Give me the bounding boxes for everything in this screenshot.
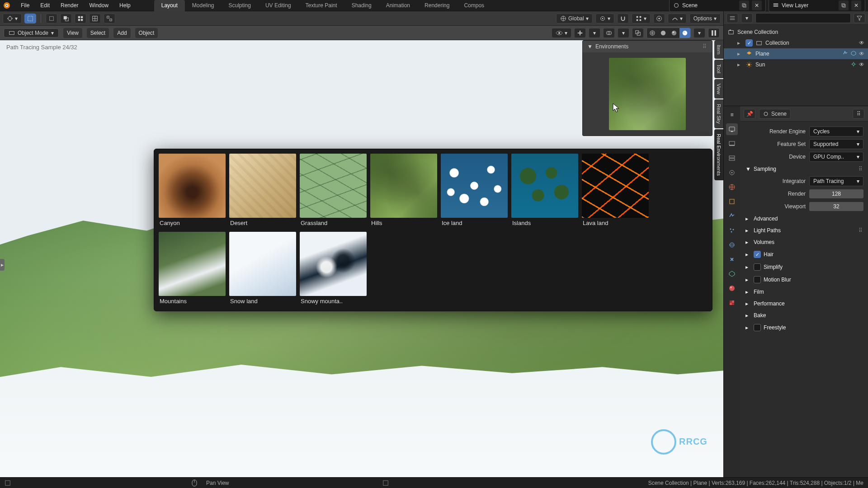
viewlayer-close-icon[interactable]: ✕ bbox=[851, 0, 861, 10]
eye-icon[interactable]: 👁 bbox=[859, 61, 864, 68]
pivot-point[interactable]: ▾ bbox=[595, 14, 614, 23]
drag-handle-icon[interactable]: ⠿ bbox=[703, 43, 708, 50]
workspace-tab-layout[interactable]: Layout bbox=[154, 0, 185, 11]
pin-icon[interactable]: 📌 bbox=[744, 109, 755, 119]
view-layer-selector[interactable]: ✕ bbox=[769, 0, 865, 12]
header-menu-select[interactable]: Select bbox=[87, 28, 109, 38]
options-dropdown[interactable]: Options ▾ bbox=[689, 14, 721, 23]
panel-advanced[interactable]: ▸Advanced bbox=[745, 213, 863, 225]
env-item-lava[interactable]: Lava land bbox=[582, 154, 649, 228]
header-menu-object[interactable]: Object bbox=[135, 28, 158, 38]
xray-toggle[interactable] bbox=[632, 28, 644, 38]
env-item-snowymtn[interactable]: Snowy mounta.. bbox=[300, 232, 367, 306]
workspace-tab-sculpting[interactable]: Sculpting bbox=[222, 0, 258, 11]
panel-sampling[interactable]: ▼Sampling⠿ bbox=[745, 163, 863, 175]
tree-row-sun[interactable]: ▸ Sun 👁 bbox=[724, 59, 868, 70]
shading-material[interactable] bbox=[669, 28, 679, 38]
panel-hair[interactable]: ▸Hair bbox=[745, 248, 863, 261]
menu-render[interactable]: Render bbox=[55, 0, 84, 11]
prop-tab-render[interactable] bbox=[726, 123, 738, 135]
n-tab-item[interactable]: Item bbox=[714, 40, 723, 59]
snap-type[interactable]: ▾ bbox=[632, 14, 651, 23]
prop-tab-settings[interactable]: ≡ bbox=[726, 109, 738, 121]
menu-edit[interactable]: Edit bbox=[35, 0, 55, 11]
n-tab-tool[interactable]: Tool bbox=[714, 60, 723, 78]
select-mode-1[interactable] bbox=[46, 14, 57, 23]
eye-icon[interactable]: 👁 bbox=[859, 51, 864, 57]
shading-rendered[interactable] bbox=[679, 28, 690, 38]
shading-wireframe[interactable] bbox=[647, 28, 658, 38]
env-item-mountains[interactable]: Mountains bbox=[159, 232, 226, 306]
workspace-tab-texturepaint[interactable]: Texture Paint bbox=[298, 0, 344, 11]
properties-context[interactable]: Scene bbox=[759, 109, 791, 119]
env-item-desert[interactable]: Desert bbox=[229, 154, 296, 228]
env-item-iceland[interactable]: Ice land bbox=[441, 154, 508, 228]
material-icon[interactable] bbox=[851, 51, 856, 57]
eye-icon[interactable]: 👁 bbox=[859, 40, 864, 46]
env-item-canyon[interactable]: Canyon bbox=[159, 154, 226, 228]
proportional-type[interactable]: ▾ bbox=[668, 14, 687, 23]
viewlayer-copy-icon[interactable] bbox=[839, 0, 849, 10]
environment-preview-thumb[interactable] bbox=[609, 58, 686, 130]
status-corner-icon-2[interactable] bbox=[382, 480, 389, 486]
render-pause-button[interactable] bbox=[708, 28, 720, 38]
visibility-dropdown[interactable]: ▾ bbox=[552, 28, 571, 38]
hair-checkbox[interactable] bbox=[754, 251, 761, 258]
prop-tab-physics[interactable] bbox=[726, 239, 738, 251]
motionblur-checkbox[interactable] bbox=[754, 276, 761, 283]
prop-tab-constraint[interactable] bbox=[726, 253, 738, 265]
select-mode-2[interactable] bbox=[60, 14, 72, 23]
tree-row-collection[interactable]: ▸ Collection 👁 bbox=[724, 38, 868, 48]
environments-panel-header[interactable]: ▼ Environments ⠿ bbox=[583, 41, 712, 52]
render-samples-field[interactable]: 128 bbox=[809, 189, 863, 198]
workspace-tab-uvediting[interactable]: UV Editing bbox=[258, 0, 298, 11]
freestyle-checkbox[interactable] bbox=[754, 324, 761, 331]
render-engine-select[interactable]: Cycles▾ bbox=[809, 127, 863, 136]
tree-row-plane[interactable]: ▸ Plane 👁 bbox=[724, 48, 868, 59]
snap-toggle[interactable] bbox=[617, 14, 629, 23]
prop-tab-material[interactable] bbox=[726, 282, 738, 294]
workspace-tab-rendering[interactable]: Rendering bbox=[417, 0, 457, 11]
prop-tab-data[interactable] bbox=[726, 268, 738, 280]
select-mode-4[interactable] bbox=[89, 14, 101, 23]
workspace-tab-modeling[interactable]: Modeling bbox=[185, 0, 222, 11]
panel-simplify[interactable]: ▸Simplify bbox=[745, 261, 863, 273]
outliner-filter[interactable]: ▾ bbox=[741, 13, 753, 23]
shading-solid[interactable] bbox=[658, 28, 669, 38]
env-item-snowland[interactable]: Snow land bbox=[229, 232, 296, 306]
cursor-tool-dropdown[interactable]: ▾ bbox=[3, 14, 22, 23]
scene-close-icon[interactable]: ✕ bbox=[752, 0, 762, 10]
integrator-select[interactable]: Path Tracing▾ bbox=[809, 176, 863, 186]
n-tab-realsky[interactable]: Real Sky bbox=[714, 99, 723, 128]
outliner-filter-icon[interactable] bbox=[854, 13, 865, 23]
overlay-toggle[interactable] bbox=[603, 28, 615, 38]
menu-window[interactable]: Window bbox=[84, 0, 114, 11]
simplify-checkbox[interactable] bbox=[754, 263, 761, 271]
disclosure-icon[interactable]: ▸ bbox=[737, 51, 743, 57]
outliner-search[interactable] bbox=[755, 13, 851, 23]
menu-file[interactable]: File bbox=[15, 0, 35, 11]
workspace-tab-shading[interactable]: Shading bbox=[344, 0, 379, 11]
device-select[interactable]: GPU Comp..▾ bbox=[809, 152, 863, 162]
disclosure-icon[interactable]: ▸ bbox=[737, 40, 743, 46]
scene-copy-icon[interactable] bbox=[739, 0, 749, 10]
select-mode-5[interactable] bbox=[104, 14, 115, 23]
gizmo-dropdown[interactable]: ▾ bbox=[589, 28, 600, 38]
prop-tab-texture[interactable] bbox=[726, 297, 738, 309]
panel-performance[interactable]: ▸Performance bbox=[745, 298, 863, 310]
env-item-hills[interactable]: Hills bbox=[370, 154, 437, 228]
n-tab-realenvironments[interactable]: Real Environments bbox=[714, 129, 723, 180]
transform-orientation[interactable]: Global▾ bbox=[556, 14, 593, 23]
panel-motionblur[interactable]: ▸Motion Blur bbox=[745, 273, 863, 286]
light-data-icon[interactable] bbox=[851, 61, 856, 68]
workspace-tab-compositing[interactable]: Compos bbox=[457, 0, 491, 11]
overlay-dropdown[interactable]: ▾ bbox=[618, 28, 629, 38]
select-box-tool[interactable] bbox=[24, 14, 36, 23]
properties-options[interactable]: ⠿ bbox=[853, 109, 864, 119]
status-corner-icon[interactable] bbox=[5, 480, 11, 486]
toolbar-expand-handle[interactable]: ▸ bbox=[0, 259, 5, 271]
disclosure-icon[interactable]: ▸ bbox=[737, 61, 743, 68]
prop-tab-output[interactable] bbox=[726, 138, 738, 150]
panel-preset-icon[interactable]: ⠿ bbox=[859, 227, 863, 234]
mode-select[interactable]: Object Mode ▾ bbox=[4, 28, 59, 38]
